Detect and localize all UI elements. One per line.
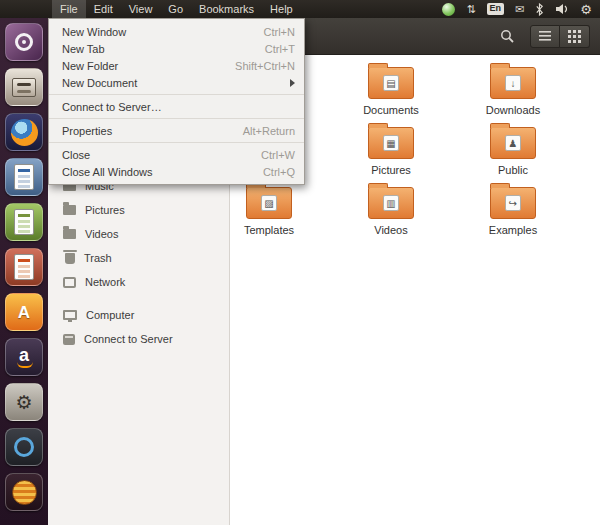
menu-item-close[interactable]: Close Ctrl+W: [49, 146, 304, 163]
launcher-item-libreoffice-writer[interactable]: [5, 158, 43, 196]
menu-item-shortcut: Ctrl+W: [261, 149, 295, 161]
file-menu-dropdown: New Window Ctrl+N New Tab Ctrl+T New Fol…: [48, 18, 305, 185]
menu-separator: [49, 94, 304, 95]
search-icon[interactable]: [500, 29, 514, 43]
launcher-bar: A a ⚙: [0, 18, 48, 525]
folder-icon: [63, 205, 76, 215]
launcher-item-libreoffice-impress[interactable]: [5, 248, 43, 286]
folder-icon: ↪: [490, 187, 536, 219]
file-name: Examples: [468, 224, 558, 236]
file-item-pictures[interactable]: ▦ Pictures: [346, 121, 436, 176]
writer-document-icon: [14, 164, 34, 190]
bluetooth-icon[interactable]: [535, 3, 544, 16]
menu-item-new-document[interactable]: New Document: [49, 74, 304, 91]
file-name: Public: [468, 164, 558, 176]
top-panel: File Edit View Go Bookmarks Help ⇅ En ✉ …: [0, 0, 600, 18]
file-name: Downloads: [468, 104, 558, 116]
menu-item-close-all-windows[interactable]: Close All Windows Ctrl+Q: [49, 163, 304, 180]
menu-help[interactable]: Help: [262, 0, 301, 18]
desktop: File Edit View Go Bookmarks Help ⇅ En ✉ …: [0, 0, 600, 525]
launcher-item-files[interactable]: [5, 68, 43, 106]
sidebar-item-label: Connect to Server: [84, 333, 173, 345]
sidebar-item-network[interactable]: Network: [48, 270, 229, 294]
browser-ring-icon: [14, 437, 34, 457]
menu-item-new-tab[interactable]: New Tab Ctrl+T: [49, 40, 304, 57]
software-center-icon: A: [18, 304, 30, 321]
launcher-item-dash-home[interactable]: [5, 23, 43, 61]
examples-emblem-icon: ↪: [505, 195, 521, 211]
menu-item-shortcut: Ctrl+T: [265, 43, 295, 55]
sidebar-item-pictures[interactable]: Pictures: [48, 198, 229, 222]
sidebar-item-label: Computer: [86, 309, 134, 321]
network-sync-icon[interactable]: ⇅: [466, 4, 475, 15]
launcher-item-amazon[interactable]: a: [5, 338, 43, 376]
menu-file[interactable]: File: [52, 0, 86, 18]
global-menu: File Edit View Go Bookmarks Help: [52, 0, 301, 18]
menu-item-label: Close All Windows: [62, 166, 152, 178]
sidebar-item-label: Pictures: [85, 204, 125, 216]
menu-separator: [49, 142, 304, 143]
folder-icon: ▤: [368, 67, 414, 99]
volume-icon[interactable]: [555, 3, 569, 15]
menu-item-shortcut: Ctrl+N: [264, 26, 295, 38]
menu-item-connect-to-server[interactable]: Connect to Server…: [49, 98, 304, 115]
menu-go[interactable]: Go: [160, 0, 191, 18]
list-view-button[interactable]: [530, 25, 560, 48]
public-emblem-icon: ♟: [505, 135, 521, 151]
folder-icon: ▨: [246, 187, 292, 219]
menu-item-label: New Tab: [62, 43, 105, 55]
sidebar-item-label: Network: [85, 276, 125, 288]
folder-icon: ↓: [490, 67, 536, 99]
grid-view-button[interactable]: [560, 25, 590, 48]
file-cabinet-icon: [12, 78, 36, 97]
menu-bookmarks[interactable]: Bookmarks: [191, 0, 262, 18]
ubuntu-logo-icon: [15, 33, 33, 51]
file-name: Videos: [346, 224, 436, 236]
messages-indicator-icon[interactable]: [442, 3, 455, 16]
menu-item-shortcut: Ctrl+Q: [263, 166, 295, 178]
downloads-emblem-icon: ↓: [505, 75, 521, 91]
menu-view[interactable]: View: [121, 0, 161, 18]
sidebar-item-videos[interactable]: Videos: [48, 222, 229, 246]
menu-item-new-folder[interactable]: New Folder Shift+Ctrl+N: [49, 57, 304, 74]
sidebar-item-trash[interactable]: Trash: [48, 246, 229, 270]
menu-item-label: New Window: [62, 26, 126, 38]
computer-icon: [63, 310, 77, 320]
launcher-item-libreoffice-calc[interactable]: [5, 203, 43, 241]
file-name: Documents: [346, 104, 436, 116]
sidebar-item-connect-to-server[interactable]: Connect to Server: [48, 327, 229, 351]
launcher-item-system-settings[interactable]: ⚙: [5, 383, 43, 421]
mail-icon[interactable]: ✉: [515, 4, 524, 15]
file-item-templates[interactable]: ▨ Templates: [224, 181, 314, 236]
file-item-examples[interactable]: ↪ Examples: [468, 181, 558, 236]
session-gear-icon[interactable]: ⚙: [580, 3, 592, 16]
file-item-videos[interactable]: ▥ Videos: [346, 181, 436, 236]
file-item-public[interactable]: ♟ Public: [468, 121, 558, 176]
launcher-item-web-browser[interactable]: [5, 428, 43, 466]
menu-item-label: Close: [62, 149, 90, 161]
view-toggle: [530, 25, 590, 48]
launcher-item-software-center[interactable]: A: [5, 293, 43, 331]
system-tray: ⇅ En ✉ ⚙: [442, 3, 600, 16]
submenu-arrow-icon: [290, 79, 295, 87]
file-item-downloads[interactable]: ↓ Downloads: [468, 61, 558, 116]
amazon-smile-icon: [17, 362, 33, 368]
folder-icon: ♟: [490, 127, 536, 159]
menu-item-properties[interactable]: Properties Alt+Return: [49, 122, 304, 139]
menu-item-label: New Folder: [62, 60, 118, 72]
file-item-documents[interactable]: ▤ Documents: [346, 61, 436, 116]
sidebar-item-computer[interactable]: Computer: [48, 303, 229, 327]
menu-edit[interactable]: Edit: [86, 0, 121, 18]
templates-emblem-icon: ▨: [261, 195, 277, 211]
folder-icon: ▦: [368, 127, 414, 159]
menu-item-shortcut: Alt+Return: [243, 125, 295, 137]
impress-presentation-icon: [14, 254, 34, 280]
launcher-item-workspace[interactable]: [5, 473, 43, 511]
menu-item-label: Properties: [62, 125, 112, 137]
menu-separator: [49, 118, 304, 119]
trash-icon: [65, 253, 75, 264]
file-name: Templates: [224, 224, 314, 236]
keyboard-layout-indicator[interactable]: En: [487, 3, 505, 15]
menu-item-new-window[interactable]: New Window Ctrl+N: [49, 23, 304, 40]
launcher-item-firefox[interactable]: [5, 113, 43, 151]
